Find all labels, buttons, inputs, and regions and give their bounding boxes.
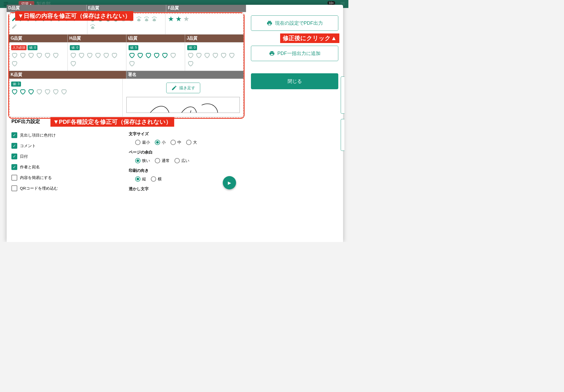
heart-icon[interactable]	[228, 52, 235, 59]
checkbox-icon: ✓	[11, 154, 17, 159]
check-qrcode[interactable]: QRコードを埋め込む	[11, 183, 124, 194]
radio-orient-v[interactable]: 縦	[135, 176, 146, 182]
quality-i-rating[interactable]: 値: 5	[126, 42, 185, 71]
heart-icon[interactable]	[61, 88, 67, 95]
radio-font-xs[interactable]: 最小	[135, 140, 150, 145]
heart-icon[interactable]	[129, 60, 135, 67]
check-color-header[interactable]: ✓見出し項目に色付け	[11, 130, 124, 140]
radio-icon	[155, 140, 160, 145]
heart-icon[interactable]	[44, 88, 51, 95]
heart-icon[interactable]	[153, 52, 160, 59]
signature-draw-button[interactable]: 描き足す	[166, 83, 200, 93]
pdf-batch-add-label: PDF一括出力に追加	[277, 50, 321, 57]
heart-icon[interactable]	[170, 52, 177, 59]
pdf-export-current-button[interactable]: 現在の設定でPDF出力	[251, 15, 338, 31]
quality-f-header: F品質	[166, 5, 246, 12]
quality-h-rating[interactable]: 値: 0	[68, 42, 126, 71]
check-label: QRコードを埋め込む	[20, 186, 58, 191]
radio-font-l[interactable]: 大	[186, 140, 197, 145]
quality-h-header: H品質	[68, 35, 126, 42]
radio-margin-normal[interactable]: 通常	[155, 158, 170, 163]
check-label: コメント	[20, 143, 36, 148]
heart-icon[interactable]	[52, 52, 59, 59]
annotation-pdf-settings: ▼PDF各種設定を修正可（保存はされない）	[50, 117, 174, 127]
check-simplify[interactable]: 内容を簡易にする	[11, 172, 124, 183]
heart-icon[interactable]	[103, 52, 110, 59]
radio-font-s[interactable]: 小	[155, 140, 166, 145]
check-author[interactable]: ✓作者と宛名	[11, 162, 124, 172]
radio-orient-h[interactable]: 横	[151, 176, 162, 182]
heart-icon[interactable]	[36, 52, 43, 59]
quality-d-header: D品質	[7, 5, 86, 12]
radio-margin-wide[interactable]: 広い	[174, 158, 189, 163]
printer-icon	[267, 20, 272, 26]
heart-icon[interactable]	[70, 52, 77, 59]
value-badge: 値: 5	[129, 45, 138, 50]
heart-icon[interactable]	[137, 52, 144, 59]
heart-icon[interactable]	[145, 52, 152, 59]
heart-icon[interactable]	[220, 52, 227, 59]
pencil-icon[interactable]	[11, 23, 18, 30]
pdf-batch-add-button[interactable]: PDF一括出力に追加	[251, 46, 338, 61]
checkbox-icon: ✓	[11, 164, 17, 170]
signature-header: 署名	[126, 71, 243, 79]
heart-icon[interactable]	[187, 52, 194, 59]
heart-icon[interactable]	[161, 52, 168, 59]
checkbox-icon: ✓	[11, 143, 17, 149]
star-icon[interactable]: ★	[168, 16, 174, 22]
heart-icon[interactable]	[86, 52, 93, 59]
signature-canvas[interactable]	[126, 97, 240, 113]
quality-k-rating[interactable]: 値: 3	[9, 79, 122, 100]
close-button[interactable]: 閉じる	[251, 73, 338, 89]
heart-icon[interactable]	[28, 88, 35, 95]
radio-margin-narrow[interactable]: 狭い	[135, 158, 150, 163]
quality-g-rating[interactable]: 入力必須 値: 0	[9, 42, 67, 71]
check-label: 作者と宛名	[20, 165, 40, 170]
heart-icon[interactable]	[52, 88, 59, 95]
quality-f-rating[interactable]: ★ ★ ★	[165, 13, 243, 34]
heart-icon[interactable]	[212, 52, 219, 59]
heart-icon[interactable]	[19, 52, 26, 59]
paw-icon[interactable]	[151, 16, 157, 22]
radio-font-m[interactable]: 中	[170, 140, 181, 145]
pdf-settings-panel: PDF出力設定 ▼PDF各種設定を修正可（保存はされない） ✓見出し項目に色付け…	[7, 119, 246, 195]
heart-icon[interactable]	[95, 52, 101, 59]
pdf-output-dialog: D品質 E品質 F品質 ▼日報の内容を修正可（保存はされない）	[7, 5, 343, 242]
heart-icon[interactable]	[70, 60, 77, 67]
heart-icon[interactable]	[11, 88, 18, 95]
check-label: 内容を簡易にする	[20, 175, 52, 180]
quality-j-rating[interactable]: 値: 0	[185, 42, 243, 71]
checkbox-icon	[11, 185, 17, 191]
background-card-edge	[341, 119, 344, 151]
check-comment[interactable]: ✓コメント	[11, 140, 124, 151]
heart-icon[interactable]	[11, 60, 18, 67]
heart-icon[interactable]	[111, 52, 118, 59]
required-badge: 入力必須	[11, 45, 27, 50]
heart-icon[interactable]	[36, 88, 43, 95]
quality-k-header: K品質	[9, 71, 126, 79]
notification-badge[interactable]: 10+	[327, 1, 335, 5]
font-size-label: 文字サイズ	[129, 131, 241, 137]
heart-icon[interactable]	[187, 60, 194, 67]
heart-icon[interactable]	[44, 52, 51, 59]
heart-icon[interactable]	[28, 52, 35, 59]
check-date[interactable]: ✓日付	[11, 151, 124, 162]
heart-icon[interactable]	[204, 52, 211, 59]
heart-icon[interactable]	[129, 52, 135, 59]
fab-next-button[interactable]: ▶	[223, 176, 236, 189]
star-icon[interactable]: ★	[183, 16, 189, 22]
star-icon[interactable]: ★	[175, 16, 182, 22]
background-card-edge	[341, 76, 344, 114]
heart-icon[interactable]	[195, 52, 202, 59]
paw-icon[interactable]	[89, 23, 96, 30]
pencil-icon	[171, 85, 177, 91]
heart-icon[interactable]	[11, 52, 18, 59]
paw-icon[interactable]	[136, 16, 142, 22]
dialog-right-pane: 現在の設定でPDF出力 修正後にクリック▲ PDF一括出力に追加 閉じる	[246, 5, 343, 242]
quality-j-header: J品質	[185, 35, 243, 42]
orientation-label: 印刷の向き	[129, 168, 241, 173]
paw-icon[interactable]	[143, 16, 150, 22]
heart-icon[interactable]	[19, 88, 26, 95]
heart-icon[interactable]	[78, 52, 85, 59]
page-margin-group: 狭い 通常 広い	[129, 158, 241, 163]
